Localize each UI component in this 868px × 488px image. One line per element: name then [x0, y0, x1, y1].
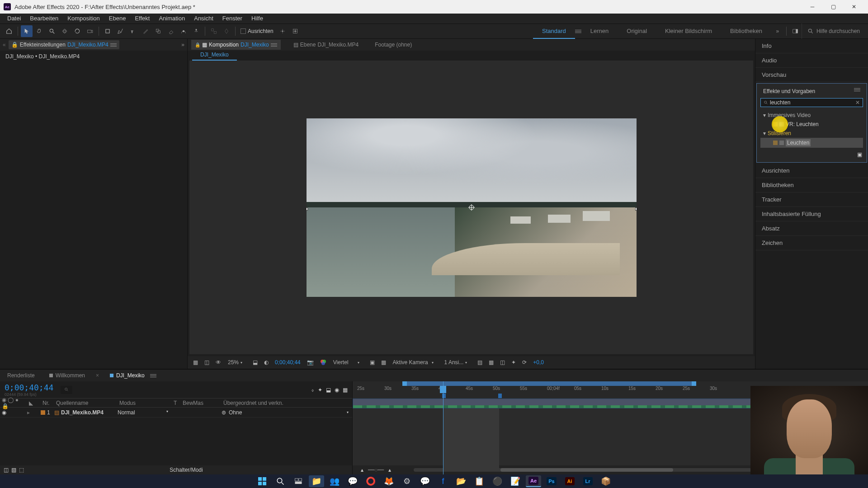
- snap-checkbox[interactable]: Ausrichten: [241, 28, 274, 34]
- exposure-icon[interactable]: ◐: [262, 359, 270, 366]
- layer-handle-right[interactable]: [635, 207, 637, 211]
- taskbar-messenger[interactable]: 💬: [417, 475, 433, 487]
- tl-btn4-icon[interactable]: ◉: [335, 387, 339, 393]
- breadcrumb-comp[interactable]: DJI_Mexiko: [192, 50, 237, 61]
- video-toggle-icon[interactable]: ◉: [2, 409, 6, 416]
- snap-opt-icon[interactable]: [277, 25, 288, 37]
- workspace-kleiner[interactable]: Kleiner Bildschirm: [656, 23, 721, 39]
- pen-tool[interactable]: [114, 25, 126, 37]
- work-area-end-handle[interactable]: [692, 381, 696, 386]
- snap-grid-icon[interactable]: [289, 25, 301, 37]
- layer-tab[interactable]: ▤ Ebene DJI_Mexiko.MP4: [290, 40, 362, 50]
- playhead-head-icon[interactable]: [440, 386, 446, 393]
- tab-close-icon[interactable]: ×: [96, 372, 99, 379]
- viewer-timecode[interactable]: 0;00;40;44: [273, 359, 302, 366]
- layer-color-box[interactable]: [41, 410, 45, 415]
- exposure-value[interactable]: +0,0: [531, 359, 546, 366]
- playhead[interactable]: [443, 381, 443, 474]
- bl-icon1[interactable]: ◫: [4, 467, 9, 473]
- taskbar-taskview[interactable]: [291, 475, 306, 487]
- panel-toggle-icon[interactable]: [789, 25, 801, 37]
- effects-panel-header[interactable]: Effekte und Vorgaben: [760, 86, 864, 96]
- menu-window[interactable]: Fenster: [218, 14, 247, 23]
- workspace-more-icon[interactable]: »: [772, 25, 783, 37]
- footage-tab[interactable]: Footage (ohne): [371, 40, 415, 50]
- panel-audio[interactable]: Audio: [755, 53, 868, 68]
- taskbar-search[interactable]: [273, 475, 288, 487]
- taskbar-lr[interactable]: Lr: [580, 475, 595, 487]
- tl-btn5-icon[interactable]: ▦: [343, 387, 348, 393]
- tab-renderlist[interactable]: Renderliste: [4, 371, 38, 380]
- composition-viewer[interactable]: [189, 61, 753, 354]
- layer-expand-icon[interactable]: ▸: [27, 409, 41, 416]
- layer-handle-left[interactable]: [307, 207, 308, 211]
- effect-controls-tab[interactable]: 🔒 Effekteinstellungen DJI_Mexiko.MP4: [9, 40, 119, 49]
- vc2-icon[interactable]: ▦: [487, 359, 495, 366]
- workspace-standard[interactable]: Standard: [533, 23, 575, 39]
- puppet-tool[interactable]: [190, 25, 202, 37]
- zoom-slider[interactable]: ━━○━━: [368, 467, 384, 473]
- camera-tool[interactable]: [84, 25, 96, 37]
- comp-tab-menu-icon[interactable]: [271, 43, 277, 47]
- panel-nav-icon[interactable]: «: [3, 42, 6, 48]
- panel-info[interactable]: Info: [755, 39, 868, 53]
- bl-icon2[interactable]: ▧: [11, 467, 16, 473]
- switch-mode-label[interactable]: Schalter/Modi: [24, 467, 349, 473]
- work-area-start-handle[interactable]: [402, 381, 407, 386]
- pickwhip-icon[interactable]: ⊚: [222, 409, 226, 416]
- mask-icon[interactable]: 👁: [214, 359, 223, 366]
- work-area-bar[interactable]: [402, 381, 696, 386]
- zoom-dropdown[interactable]: 25%▾: [226, 358, 248, 367]
- tab-welcome[interactable]: Willkommen: [46, 371, 89, 380]
- taskbar-start[interactable]: [255, 475, 270, 487]
- timeline-search[interactable]: [61, 386, 72, 394]
- panel-align[interactable]: Ausrichten: [755, 164, 868, 178]
- vc1-icon[interactable]: ▤: [476, 359, 484, 366]
- menu-help[interactable]: Hilfe: [247, 14, 268, 23]
- panel-character[interactable]: Zeichen: [755, 236, 868, 250]
- res-half-icon[interactable]: ⬓: [251, 359, 259, 366]
- effects-search-box[interactable]: ✕: [760, 98, 863, 107]
- color-channel-icon[interactable]: [318, 359, 328, 366]
- camera-dropdown[interactable]: Aktive Kamera▾: [391, 358, 439, 367]
- help-search[interactable]: Hilfe durchsuchen: [802, 23, 865, 39]
- eraser-tool[interactable]: [165, 25, 177, 37]
- roto-tool[interactable]: [178, 25, 189, 37]
- panel-menu-icon[interactable]: [110, 43, 117, 47]
- tab-comp-timeline[interactable]: DJI_Mexiko: [106, 371, 160, 380]
- vc3-icon[interactable]: ◫: [498, 359, 507, 366]
- out-marker[interactable]: [498, 394, 502, 398]
- taskbar-folder[interactable]: 📂: [453, 475, 469, 487]
- menu-effect[interactable]: Effekt: [130, 14, 154, 23]
- zoom-out-icon[interactable]: ▴: [361, 467, 363, 473]
- panel-nav-right-icon[interactable]: »: [181, 42, 184, 48]
- new-bin-icon[interactable]: ▣: [760, 150, 864, 160]
- zoom-in-icon[interactable]: ▴: [388, 467, 391, 473]
- timeline-timecode[interactable]: 0;00;40;44: [5, 383, 53, 392]
- rotate-tool[interactable]: [71, 25, 83, 37]
- always-preview-icon[interactable]: ▦: [191, 359, 200, 366]
- text-tool[interactable]: T: [127, 25, 139, 37]
- region-icon[interactable]: ▣: [368, 359, 377, 366]
- taskbar-facebook[interactable]: f: [435, 475, 451, 487]
- menu-animation[interactable]: Animation: [154, 14, 189, 23]
- workspace-opts-icon[interactable]: [575, 30, 581, 33]
- brush-tool[interactable]: [140, 25, 151, 37]
- taskbar-app2[interactable]: 📋: [472, 475, 487, 487]
- anchor-point-icon[interactable]: [468, 204, 475, 211]
- taskbar-app1[interactable]: ⚙: [399, 475, 415, 487]
- taskbar-app3[interactable]: 📦: [598, 475, 613, 487]
- taskbar-firefox[interactable]: 🦊: [381, 475, 396, 487]
- selection-tool[interactable]: [21, 25, 33, 37]
- taskbar-explorer[interactable]: 📁: [309, 475, 324, 487]
- tree-item-vr-leuchten[interactable]: VR: Leuchten: [760, 120, 863, 129]
- composition-tab[interactable]: 🔒 ▦ Komposition DJI_Mexiko: [191, 40, 281, 50]
- views-dropdown[interactable]: 1 Ansi...▾: [442, 358, 473, 367]
- workspace-lernen[interactable]: Lernen: [581, 23, 618, 39]
- taskbar-obs[interactable]: ⚫: [490, 475, 505, 487]
- snapshot-icon[interactable]: 📷: [305, 359, 316, 366]
- taskbar-opera[interactable]: ⭕: [363, 475, 378, 487]
- orbit-tool[interactable]: [59, 25, 71, 37]
- tl-btn1-icon[interactable]: ⬨: [311, 387, 314, 393]
- minimize-button[interactable]: ─: [802, 0, 823, 14]
